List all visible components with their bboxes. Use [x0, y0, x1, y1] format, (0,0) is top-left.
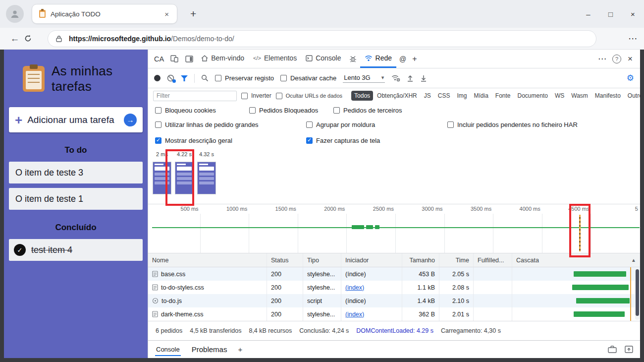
checkbox[interactable]	[241, 93, 248, 99]
column-header-type[interactable]: Tipo	[303, 253, 341, 267]
blocked-cookies-checkbox[interactable]: Bloqueou cookies	[155, 107, 249, 114]
filter-chip[interactable]: Img	[454, 91, 470, 101]
drawer-tab-console[interactable]: Console	[155, 343, 181, 356]
checkbox[interactable]	[249, 107, 256, 114]
device-toolbar-button[interactable]	[167, 55, 182, 62]
browser-tab[interactable]: Aplicação TODO ×	[32, 4, 177, 24]
checkbox[interactable]	[155, 107, 161, 114]
checkbox[interactable]	[447, 121, 454, 128]
drawer-tab-problems[interactable]: Problemas	[191, 342, 228, 357]
request-name-cell[interactable]: base.css	[148, 267, 267, 281]
drawer-more-button[interactable]: +	[238, 345, 242, 354]
initiator-link[interactable]: (index)	[345, 311, 364, 318]
request-name-cell[interactable]: to-do-styles.css	[148, 281, 267, 294]
screenshot-thumbnail[interactable]	[175, 162, 194, 194]
request-name-cell[interactable]: dark-theme.css	[148, 307, 267, 321]
back-button[interactable]: ←	[6, 33, 24, 44]
devtools-menu-button[interactable]: ⋯	[594, 54, 610, 64]
filter-chip[interactable]: Wasm	[568, 91, 591, 101]
tab-welcome[interactable]: Bem-vindo	[197, 50, 249, 68]
expand-drawer-button[interactable]	[625, 346, 633, 353]
blocked-requests-checkbox[interactable]: Pedidos Bloqueados	[249, 107, 333, 114]
show-overview-checkbox[interactable]: Mostrar descrição geral	[155, 137, 306, 144]
tab-network[interactable]: Rede	[360, 50, 396, 68]
initiator-link[interactable]: (índice)	[345, 271, 366, 278]
filter-chip[interactable]: Manifesto	[592, 91, 624, 101]
include-pending-har-checkbox[interactable]: Incluir pedidos pendentes no ficheiro HA…	[447, 121, 578, 128]
column-header-size[interactable]: Tamanho	[402, 253, 439, 267]
filter-chip[interactable]: Mídia	[471, 91, 491, 101]
todo-list-item[interactable]: O item de teste 1	[9, 188, 143, 210]
toolbox-button[interactable]	[608, 346, 617, 353]
capture-screenshots-checkbox[interactable]: Fazer capturas de tela	[306, 137, 380, 144]
request-row[interactable]: dark-theme.css 200 styleshe... (index) 3…	[148, 307, 640, 321]
request-name-cell[interactable]: to-do.js	[148, 294, 267, 307]
column-header-time[interactable]: Time	[439, 253, 474, 267]
filter-input[interactable]	[153, 91, 237, 101]
add-task-button[interactable]: + Adicionar uma tarefa →	[9, 107, 143, 132]
filter-chip[interactable]: Todos	[351, 91, 373, 101]
filter-chip[interactable]: Documento	[515, 91, 551, 101]
import-har-button[interactable]	[407, 74, 414, 82]
submit-arrow-icon[interactable]: →	[124, 114, 137, 126]
more-tools-button[interactable]: +	[409, 55, 420, 63]
clear-button[interactable]	[167, 74, 174, 82]
request-waterfall[interactable]	[512, 281, 640, 294]
checkbox[interactable]	[155, 137, 161, 144]
request-waterfall[interactable]	[512, 267, 640, 281]
maximize-button[interactable]: □	[599, 0, 622, 28]
column-header-waterfall[interactable]: Cascata ▲	[512, 253, 640, 267]
request-waterfall[interactable]	[512, 294, 640, 307]
request-waterfall[interactable]	[512, 307, 640, 321]
checkbox[interactable]	[276, 93, 282, 99]
issues-button[interactable]	[346, 56, 360, 62]
sort-arrow-icon[interactable]: ▲	[631, 257, 636, 263]
throttling-select[interactable]: Lento 3G ▾	[343, 73, 385, 83]
filter-chip[interactable]: WS	[552, 91, 567, 101]
export-har-button[interactable]	[420, 74, 427, 82]
request-initiator[interactable]: (índice)	[341, 294, 402, 307]
record-button[interactable]	[154, 75, 161, 81]
request-initiator[interactable]: (índice)	[341, 267, 402, 281]
checkbox[interactable]	[280, 75, 287, 81]
checkbox[interactable]	[155, 121, 161, 128]
checkbox[interactable]	[306, 121, 313, 128]
group-by-frame-checkbox[interactable]: Agrupar por moldura	[306, 121, 447, 128]
initiator-link[interactable]: (index)	[345, 284, 364, 291]
help-button[interactable]: ?	[612, 55, 621, 63]
table-scrollbar[interactable]	[635, 268, 640, 320]
initiator-link[interactable]: (índice)	[345, 298, 366, 304]
filter-chip[interactable]: Fonte	[492, 91, 514, 101]
checkbox[interactable]	[215, 75, 221, 81]
scrollbar-thumb[interactable]	[636, 269, 639, 316]
preserve-log-checkbox[interactable]: Preservar registo	[215, 74, 274, 82]
close-button[interactable]: ×	[622, 0, 644, 28]
reload-button[interactable]	[24, 34, 42, 43]
tab-console[interactable]: Console	[301, 50, 345, 68]
tab-close-icon[interactable]: ×	[161, 9, 172, 19]
new-tab-button[interactable]: +	[186, 8, 200, 20]
request-row[interactable]: to-do-styles.css 200 styleshe... (index)…	[148, 281, 640, 294]
devtools-close-button[interactable]: ×	[623, 54, 637, 64]
checkbox[interactable]	[306, 137, 313, 144]
network-overview-timeline[interactable]: 500 ms 1000 ms 1500 ms 2000 ms 2500 ms 3…	[148, 204, 640, 253]
hide-data-urls-checkbox[interactable]: Ocultar URLs de dados	[276, 93, 342, 99]
request-initiator[interactable]: (index)	[341, 281, 402, 294]
third-party-requests-checkbox[interactable]: Pedidos de terceiros	[333, 107, 402, 114]
check-circle-icon[interactable]: ✓	[14, 244, 26, 256]
filter-chip[interactable]: JS	[421, 91, 434, 101]
filter-chip[interactable]: Outros	[625, 91, 640, 101]
done-list-item[interactable]: ✓ test item 4	[9, 239, 143, 261]
column-header-fulfilled[interactable]: Fulfilled...	[474, 253, 512, 267]
network-settings-button[interactable]: ⚙	[627, 73, 634, 83]
tab-elements[interactable]: </> Elementos	[249, 50, 301, 68]
lock-icon[interactable]	[56, 35, 62, 42]
screenshot-thumbnail[interactable]	[153, 162, 171, 194]
request-row[interactable]: base.css 200 styleshe... (índice) 453 B …	[148, 267, 640, 281]
filmstrip-frame[interactable]: 2 ms	[151, 151, 173, 204]
request-initiator[interactable]: (index)	[341, 307, 402, 321]
big-request-rows-checkbox[interactable]: Utilizar linhas de pedido grandes	[155, 121, 306, 128]
checkbox[interactable]	[333, 107, 340, 114]
browser-menu-button[interactable]: ⋯	[628, 33, 638, 44]
search-button[interactable]	[201, 74, 209, 82]
